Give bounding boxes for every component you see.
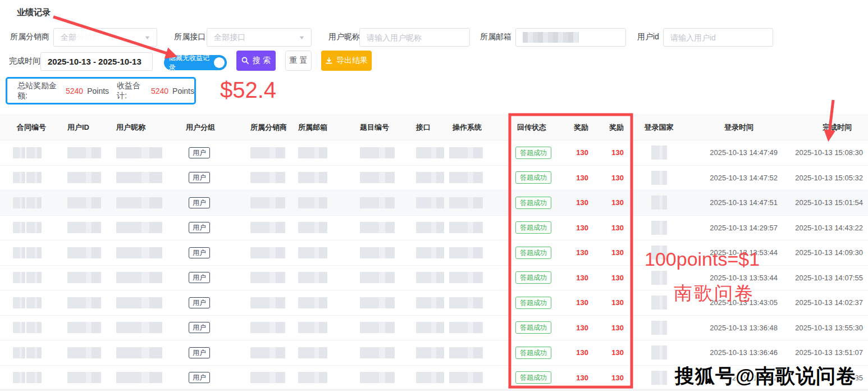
user-id-masked [67, 172, 116, 183]
user-id-masked [67, 222, 116, 233]
question-id-masked [354, 147, 410, 158]
annotation-usd-total: $52.4 [220, 78, 276, 103]
user-group-cell: 用户 [180, 147, 245, 158]
reset-button[interactable]: 重 置 [285, 51, 312, 71]
api-masked [410, 197, 446, 208]
column-header-12: 奖励 [602, 122, 638, 133]
search-button-label: 搜 索 [253, 56, 271, 66]
user-id-field-wrap [663, 28, 773, 47]
contract-id-masked [11, 247, 67, 258]
complete-time: 2025-10-13 15:05:32 [784, 174, 868, 182]
hide-no-income-toggle[interactable]: 隐藏无收益记录 [164, 55, 227, 70]
user-id-label: 用户id [637, 32, 659, 42]
login-time: 2025-10-13 13:2 [680, 374, 784, 382]
question-id-masked [354, 322, 410, 333]
os-masked [446, 347, 510, 358]
os-masked [446, 147, 510, 158]
nickname-masked [116, 197, 180, 208]
toggle-label: 隐藏无收益记录 [169, 53, 214, 72]
email-masked [293, 372, 354, 383]
table-header-row: 合同编号用户ID用户昵称用户分组所属分销商所属邮箱题目编号接口操作系统回传状态奖… [0, 115, 868, 140]
callback-status-cell: 答题成功 [510, 221, 566, 234]
os-masked [446, 272, 510, 283]
api-select[interactable]: 全部接口 ▼ [207, 28, 312, 47]
callback-status-cell: 答题成功 [510, 371, 566, 384]
user-group-tag: 用户 [189, 197, 210, 208]
nickname-masked [116, 347, 180, 358]
nickname-input[interactable] [367, 33, 463, 42]
login-country-masked [638, 345, 680, 360]
os-masked [446, 372, 510, 383]
reward-value: 130 [602, 348, 638, 357]
question-id-masked [354, 172, 410, 183]
user-group-cell: 用户 [180, 222, 245, 233]
column-header-5: 所属分销商 [245, 122, 293, 133]
contract-id-masked [11, 272, 67, 283]
user-group-tag: 用户 [189, 297, 210, 308]
status-badge: 答题成功 [515, 197, 551, 209]
export-button-label: 导出结果 [336, 56, 368, 66]
login-country-masked [638, 371, 680, 385]
distributor-label: 所属分销商 [10, 32, 49, 42]
reward-site-value: 130 [566, 348, 602, 357]
login-time: 2025-10-13 13:36:46 [680, 348, 784, 357]
date-range-input[interactable] [48, 57, 145, 66]
reset-button-label: 重 置 [290, 56, 308, 66]
login-country-masked [638, 146, 680, 160]
status-badge: 答题成功 [515, 271, 551, 284]
nickname-masked [116, 247, 180, 258]
user-group-cell: 用户 [180, 247, 245, 258]
search-button[interactable]: 搜 索 [236, 51, 276, 71]
email-input[interactable] [515, 28, 626, 47]
chevron-down-icon: ▼ [298, 35, 305, 40]
api-masked [410, 322, 446, 333]
column-header-11: 奖励 [566, 122, 602, 133]
status-badge: 答题成功 [515, 171, 551, 184]
contract-id-masked [11, 372, 67, 383]
complete-time-label: 完成时间 [9, 56, 40, 66]
column-header-7: 题目编号 [354, 122, 410, 133]
table-row: 用户答题成功1301302025-10-13 14:47:512025-10-1… [0, 190, 868, 216]
column-header-8: 接口 [410, 122, 446, 133]
callback-status-cell: 答题成功 [510, 247, 566, 259]
nickname-masked [116, 222, 180, 233]
api-masked [410, 172, 446, 183]
user-id-input[interactable] [670, 33, 766, 42]
nickname-label: 用户昵称 [328, 32, 360, 42]
reward-site-value: 130 [566, 174, 602, 182]
email-masked-value [523, 32, 579, 43]
complete-time: 2025-10-13 15:08:30 [784, 148, 868, 157]
column-header-10: 回传状态 [510, 122, 566, 133]
email-masked [293, 297, 354, 308]
summary-total-label: 总站奖励金额: [17, 81, 62, 101]
email-masked [293, 172, 354, 183]
complete-time: 2025-10-13 13:51:07 [784, 348, 868, 357]
user-group-tag: 用户 [189, 247, 210, 258]
nickname-masked [116, 297, 180, 308]
reward-site-value: 130 [566, 374, 602, 382]
email-masked [293, 347, 354, 358]
user-group-cell: 用户 [180, 172, 245, 183]
contract-id-masked [11, 297, 67, 308]
user-group-tag: 用户 [189, 322, 210, 333]
scrollbar-track[interactable] [0, 389, 868, 391]
contract-id-masked [11, 197, 67, 208]
distributor-masked [245, 347, 293, 358]
toggle-knob[interactable] [214, 57, 225, 68]
login-country-masked [638, 196, 680, 210]
distributor-select[interactable]: 全部分销商 ▼ [53, 28, 157, 47]
os-masked [446, 172, 510, 183]
email-label: 所属邮箱 [480, 32, 511, 42]
callback-status-cell: 答题成功 [510, 297, 566, 309]
user-group-tag: 用户 [189, 172, 210, 183]
question-id-masked [354, 247, 410, 258]
question-id-masked [354, 297, 410, 308]
export-button[interactable]: 导出结果 [321, 51, 372, 71]
login-time: 2025-10-13 14:29:57 [680, 224, 784, 232]
api-masked [410, 147, 446, 158]
column-header-3: 用户昵称 [116, 122, 180, 133]
callback-status-cell: 答题成功 [510, 347, 566, 359]
distributor-masked [245, 222, 293, 233]
login-time: 2025-10-13 13:53:44 [680, 274, 784, 282]
reward-site-value: 130 [566, 198, 602, 207]
